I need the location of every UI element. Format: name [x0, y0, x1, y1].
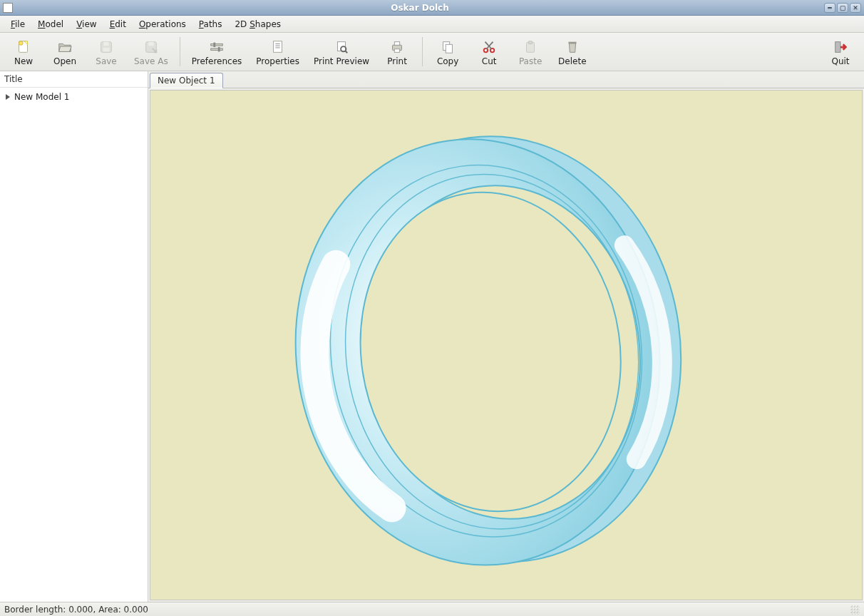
model-tree: New Model 1: [0, 88, 148, 106]
open-icon: [56, 39, 73, 55]
maximize-button[interactable]: ▢: [837, 3, 848, 13]
main-area: Title New Model 1 New Object 1: [0, 71, 864, 602]
tree-item[interactable]: New Model 1: [4, 91, 143, 103]
resize-grip[interactable]: [850, 605, 860, 615]
save-as-icon: [143, 39, 160, 55]
copy-icon: [439, 39, 456, 55]
minimize-button[interactable]: ━: [824, 3, 835, 13]
tree-item-label: New Model 1: [14, 92, 69, 102]
svg-rect-10: [213, 42, 215, 46]
svg-rect-23: [446, 44, 452, 53]
print-label: Print: [387, 56, 407, 66]
sidebar-header: Title: [0, 71, 148, 88]
tab-object[interactable]: New Object 1: [150, 73, 223, 88]
svg-rect-29: [528, 41, 533, 43]
quit-icon: [832, 39, 849, 55]
menu-model[interactable]: Model: [31, 17, 70, 31]
preferences-icon: [208, 39, 225, 55]
status-text: Border length: 0.000, Area: 0.000: [4, 605, 148, 615]
save-button: Save: [86, 33, 127, 71]
open-button[interactable]: Open: [44, 33, 86, 71]
print-preview-icon: [333, 39, 350, 55]
quit-label: Quit: [831, 56, 849, 66]
ring-render: [150, 91, 862, 600]
delete-button[interactable]: Delete: [551, 33, 593, 71]
toolbar: New Open Save Save As Preferences Proper…: [0, 33, 864, 71]
sidebar: Title New Model 1: [0, 71, 148, 602]
save-as-label: Save As: [134, 56, 168, 66]
properties-icon: [269, 39, 287, 55]
print-preview-label: Print Preview: [314, 56, 369, 66]
svg-rect-12: [273, 41, 282, 52]
menu-file-label: ile: [15, 19, 25, 29]
toolbar-flex: [594, 33, 820, 71]
toolbar-separator: [180, 37, 180, 66]
svg-rect-30: [568, 41, 576, 43]
properties-button[interactable]: Properties: [249, 33, 307, 71]
close-button[interactable]: ✕: [850, 3, 861, 13]
quit-button[interactable]: Quit: [820, 33, 861, 71]
cut-label: Cut: [482, 56, 497, 66]
svg-point-2: [19, 41, 23, 45]
svg-rect-21: [394, 48, 399, 52]
menubar: File Model View Edit Operations Paths 2D…: [0, 16, 864, 33]
properties-label: Properties: [256, 56, 299, 66]
paste-icon: [522, 39, 539, 55]
cut-button[interactable]: Cut: [468, 33, 510, 71]
new-label: New: [14, 56, 33, 66]
menu-operations[interactable]: Operations: [133, 17, 192, 31]
tab-label: New Object 1: [158, 76, 215, 86]
menu-file[interactable]: File: [4, 17, 31, 31]
svg-rect-20: [394, 41, 399, 45]
svg-rect-8: [211, 43, 223, 46]
preferences-button[interactable]: Preferences: [185, 33, 250, 71]
new-icon: [15, 39, 32, 55]
menu-edit[interactable]: Edit: [103, 17, 133, 31]
menu-2d-shapes[interactable]: 2D Shapes: [228, 17, 287, 31]
app-icon: [3, 3, 13, 13]
menu-paths[interactable]: Paths: [192, 17, 229, 31]
statusbar: Border length: 0.000, Area: 0.000: [0, 602, 864, 616]
open-label: Open: [53, 56, 76, 66]
viewport-canvas[interactable]: [150, 90, 863, 600]
svg-rect-5: [103, 47, 109, 51]
paste-label: Paste: [519, 56, 542, 66]
menu-view[interactable]: View: [70, 17, 103, 31]
save-label: Save: [96, 56, 116, 66]
paste-button: Paste: [510, 33, 551, 71]
delete-icon: [564, 39, 581, 55]
svg-rect-9: [211, 48, 223, 50]
save-as-button: Save As: [127, 33, 175, 71]
print-preview-button[interactable]: Print Preview: [307, 33, 376, 71]
svg-line-18: [346, 51, 348, 53]
svg-rect-4: [103, 41, 108, 46]
copy-button[interactable]: Copy: [427, 33, 468, 71]
titlebar: Oskar Dolch ━ ▢ ✕: [0, 0, 864, 16]
svg-rect-7: [148, 41, 153, 46]
print-button[interactable]: Print: [376, 33, 418, 71]
delete-label: Delete: [558, 56, 586, 66]
tabbar: New Object 1: [148, 71, 864, 88]
svg-rect-11: [218, 47, 220, 51]
preferences-label: Preferences: [192, 56, 242, 66]
expand-icon[interactable]: [6, 94, 10, 100]
cut-icon: [480, 39, 498, 55]
svg-rect-31: [835, 41, 840, 52]
toolbar-separator: [422, 37, 423, 66]
save-icon: [98, 39, 115, 55]
print-icon: [389, 39, 406, 55]
window-title: Oskar Dolch: [17, 3, 823, 13]
viewport-wrap: New Object 1: [148, 71, 864, 602]
copy-label: Copy: [437, 56, 458, 66]
new-button[interactable]: New: [3, 33, 44, 71]
